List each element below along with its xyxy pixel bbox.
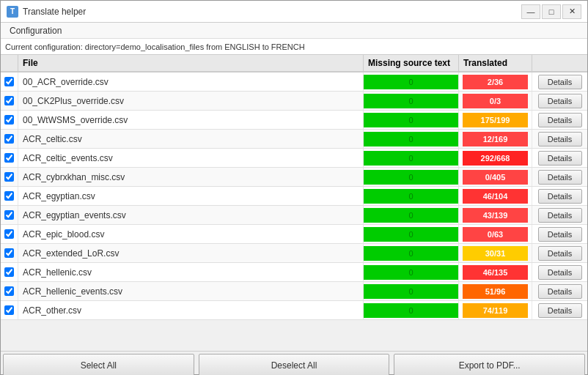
row-action: Details: [532, 302, 587, 319]
row-checkbox[interactable]: [1, 263, 18, 281]
file-checkbox[interactable]: [4, 153, 14, 163]
row-checkbox[interactable]: [1, 206, 18, 224]
row-action: Details: [532, 264, 587, 281]
file-name: ACR_extended_LoR.csv: [18, 244, 364, 262]
row-checkbox[interactable]: [1, 111, 18, 129]
missing-count: 0: [364, 168, 459, 186]
table-row: ACR_extended_LoR.csv030/31Details: [1, 244, 587, 263]
table-row: 00_WtWSMS_override.csv0175/199Details: [1, 111, 587, 130]
maximize-button[interactable]: □: [542, 4, 561, 19]
row-checkbox[interactable]: [1, 73, 18, 91]
table-body: 00_ACR_override.csv02/36Details00_CK2Plu…: [1, 73, 587, 351]
file-checkbox[interactable]: [4, 229, 14, 239]
row-checkbox[interactable]: [1, 225, 18, 243]
row-checkbox[interactable]: [1, 301, 18, 319]
header-action: [532, 55, 587, 71]
close-button[interactable]: ✕: [562, 4, 581, 19]
table-row: ACR_hellenic_events.csv051/96Details: [1, 282, 587, 301]
file-name: ACR_egyptian.csv: [18, 187, 364, 205]
translated-count: 74/119: [459, 301, 532, 319]
missing-count: 0: [364, 130, 459, 148]
details-button[interactable]: Details: [538, 151, 582, 166]
menu-configuration[interactable]: Configuration: [4, 24, 67, 37]
row-checkbox[interactable]: [1, 187, 18, 205]
table-row: ACR_other.csv074/119Details: [1, 301, 587, 320]
details-button[interactable]: Details: [538, 284, 582, 299]
config-bar: Current configuration: directory=demo_lo…: [1, 39, 587, 55]
file-checkbox[interactable]: [4, 210, 14, 220]
deselect-all-button[interactable]: Deselect All: [199, 354, 390, 375]
table-row: 00_CK2Plus_override.csv00/3Details: [1, 92, 587, 111]
details-button[interactable]: Details: [538, 170, 582, 185]
row-action: Details: [532, 73, 587, 91]
table-row: ACR_epic_blood.csv00/63Details: [1, 225, 587, 244]
row-action: Details: [532, 245, 587, 262]
file-checkbox[interactable]: [4, 248, 14, 258]
table-row: ACR_hellenic.csv046/135Details: [1, 263, 587, 282]
missing-count: 0: [364, 225, 459, 243]
file-checkbox[interactable]: [4, 191, 14, 201]
details-button[interactable]: Details: [538, 303, 582, 318]
export-pdf-button[interactable]: Export to PDF...: [394, 354, 585, 375]
header-missing: Missing source text: [364, 55, 459, 71]
details-button[interactable]: Details: [538, 246, 582, 261]
app-icon: T: [7, 6, 18, 18]
menu-bar: Configuration: [1, 23, 587, 39]
row-action: Details: [532, 92, 587, 110]
table-row: ACR_egyptian_events.csv043/139Details: [1, 206, 587, 225]
file-name: ACR_celtic_events.csv: [18, 149, 364, 167]
translated-count: 175/199: [459, 111, 532, 129]
row-checkbox[interactable]: [1, 92, 18, 110]
row-checkbox[interactable]: [1, 282, 18, 300]
row-checkbox[interactable]: [1, 244, 18, 262]
translated-count: 30/31: [459, 244, 532, 262]
missing-count: 0: [364, 92, 459, 110]
row-action: Details: [532, 111, 587, 129]
details-button[interactable]: Details: [538, 227, 582, 242]
header-translated: Translated: [459, 55, 532, 71]
file-name: ACR_hellenic.csv: [18, 263, 364, 281]
row-action: Details: [532, 130, 587, 148]
file-name: ACR_hellenic_events.csv: [18, 282, 364, 300]
translated-count: 292/668: [459, 149, 532, 167]
details-button[interactable]: Details: [538, 94, 582, 108]
details-button[interactable]: Details: [538, 265, 582, 280]
row-checkbox[interactable]: [1, 168, 18, 186]
translated-count: 0/405: [459, 168, 532, 186]
missing-count: 0: [364, 301, 459, 319]
file-checkbox[interactable]: [4, 77, 14, 86]
file-name: ACR_cybrxkhan_misc.csv: [18, 168, 364, 186]
main-window: T Translate helper — □ ✕ Configuration C…: [0, 0, 588, 375]
missing-count: 0: [364, 244, 459, 262]
row-action: Details: [532, 283, 587, 300]
row-action: Details: [532, 188, 587, 205]
translated-count: 12/169: [459, 130, 532, 148]
file-checkbox[interactable]: [4, 115, 14, 125]
missing-count: 0: [364, 263, 459, 281]
file-checkbox[interactable]: [4, 134, 14, 144]
file-checkbox[interactable]: [4, 305, 14, 315]
translated-count: 2/36: [459, 73, 532, 91]
row-checkbox[interactable]: [1, 130, 18, 148]
file-checkbox[interactable]: [4, 96, 14, 105]
details-button[interactable]: Details: [538, 113, 582, 127]
file-checkbox[interactable]: [4, 172, 14, 182]
footer: Select All Deselect All Export to PDF...: [1, 351, 587, 374]
details-button[interactable]: Details: [538, 208, 582, 223]
table-row: 00_ACR_override.csv02/36Details: [1, 73, 587, 92]
file-checkbox[interactable]: [4, 267, 14, 277]
details-button[interactable]: Details: [538, 75, 582, 89]
header-check: [1, 55, 18, 71]
file-name: ACR_other.csv: [18, 301, 364, 319]
details-button[interactable]: Details: [538, 189, 582, 204]
minimize-button[interactable]: —: [521, 4, 540, 19]
file-name: 00_WtWSMS_override.csv: [18, 111, 364, 129]
row-checkbox[interactable]: [1, 149, 18, 167]
file-checkbox[interactable]: [4, 286, 14, 296]
missing-count: 0: [364, 206, 459, 224]
table-row: ACR_celtic_events.csv0292/668Details: [1, 149, 587, 168]
config-text: Current configuration: directory=demo_lo…: [5, 42, 305, 51]
select-all-button[interactable]: Select All: [3, 354, 194, 375]
details-button[interactable]: Details: [538, 132, 582, 146]
translated-count: 51/96: [459, 282, 532, 300]
